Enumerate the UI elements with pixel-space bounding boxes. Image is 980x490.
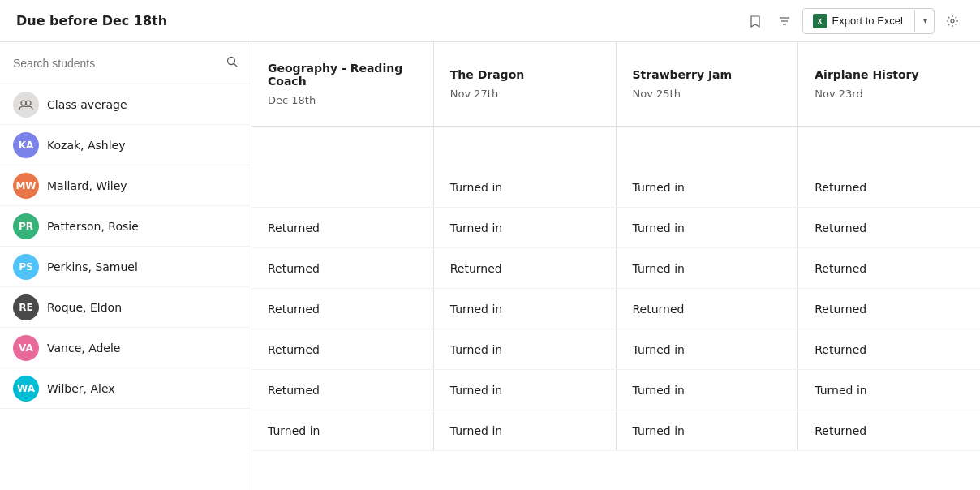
students-list: Class average KA Kozak, Ashley MW Mallar… [0, 84, 251, 490]
status-cell: Turned in [434, 208, 617, 247]
student-row[interactable]: KA Kozak, Ashley [0, 125, 251, 165]
student-data-row: Turned inTurned inTurned inReturned [251, 410, 980, 451]
student-data-row: ReturnedReturnedTurned inReturned [251, 248, 980, 289]
export-label: Export to Excel [832, 15, 903, 27]
svg-point-6 [21, 101, 26, 105]
status-cell [251, 167, 434, 207]
student-data-row: ReturnedTurned inReturnedReturned [251, 289, 980, 329]
page-title: Due before Dec 18th [16, 13, 167, 28]
assignment-name: Strawberry Jam [633, 68, 782, 81]
class-average-label: Class average [47, 98, 127, 111]
assignment-name: The Dragon [450, 68, 600, 81]
status-cell: Turned in [434, 410, 617, 450]
status-cell: Returned [798, 289, 980, 329]
status-cell: Turned in [434, 370, 617, 410]
class-avg-cell [798, 127, 980, 167]
student-data-row: Turned inTurned inReturned [251, 167, 980, 208]
header-actions: x Export to Excel ▾ [744, 8, 964, 34]
avatar: WA [13, 376, 39, 402]
header: Due before Dec 18th x Export to Excel [0, 0, 980, 42]
status-cell: Returned [798, 410, 980, 450]
status-cell: Returned [617, 289, 799, 329]
search-input[interactable] [13, 57, 220, 70]
student-row[interactable]: RE Roque, Eldon [0, 287, 251, 328]
student-name: Kozak, Ashley [47, 139, 126, 152]
bookmark-button[interactable] [744, 10, 767, 32]
svg-line-5 [234, 64, 238, 67]
assignments-header: Geography - Reading Coach Dec 18th The D… [251, 42, 980, 127]
status-cell: Turned in [434, 329, 617, 369]
student-name: Perkins, Samuel [47, 260, 138, 273]
status-cell: Turned in [434, 167, 617, 207]
status-cell: Turned in [434, 289, 617, 329]
assignment-col-header: Airplane History Nov 23rd [798, 42, 980, 126]
student-row[interactable]: PR Patterson, Rosie [0, 206, 251, 247]
avatar: PR [13, 213, 39, 239]
student-data-row: ReturnedTurned inTurned inReturned [251, 208, 980, 248]
student-name: Roque, Eldon [47, 301, 122, 314]
status-cell: Returned [251, 208, 434, 247]
student-row[interactable]: MW Mallard, Wiley [0, 165, 251, 206]
status-cell: Returned [798, 167, 980, 207]
export-divider [914, 10, 915, 32]
student-row[interactable]: PS Perkins, Samuel [0, 247, 251, 287]
avatar: MW [13, 173, 39, 199]
student-data-row: ReturnedTurned inTurned inReturned [251, 329, 980, 370]
assignment-name: Geography - Reading Coach [268, 62, 417, 88]
status-cell: Turned in [617, 167, 799, 207]
assignment-date: Nov 23rd [815, 88, 964, 100]
class-average-data-row [251, 127, 980, 167]
excel-icon: x [813, 14, 827, 28]
class-average-icon [13, 92, 39, 118]
assignment-date: Nov 27th [450, 88, 600, 100]
class-avg-cell [251, 127, 434, 167]
assignment-date: Dec 18th [268, 94, 417, 106]
student-name: Mallard, Wiley [47, 179, 127, 192]
student-name: Patterson, Rosie [47, 220, 139, 233]
class-average-row[interactable]: Class average [0, 84, 251, 125]
filter-button[interactable] [773, 10, 796, 32]
status-cell: Returned [251, 329, 434, 369]
search-icon [226, 56, 238, 70]
assignment-date: Nov 25th [633, 88, 782, 100]
student-row[interactable]: WA Wilber, Alex [0, 368, 251, 409]
export-chevron-button[interactable]: ▾ [917, 11, 934, 30]
status-cell: Turned in [251, 410, 434, 450]
export-excel-button[interactable]: x Export to Excel [803, 9, 913, 33]
student-data-row: ReturnedTurned inTurned inTurned in [251, 370, 980, 410]
left-panel: Class average KA Kozak, Ashley MW Mallar… [0, 42, 251, 490]
assignment-col-header: The Dragon Nov 27th [434, 42, 617, 126]
status-cell: Returned [251, 248, 434, 288]
status-cell: Returned [251, 289, 434, 329]
svg-point-3 [951, 19, 954, 23]
status-cell: Returned [798, 329, 980, 369]
content-area: Class average KA Kozak, Ashley MW Mallar… [0, 42, 980, 490]
avatar: PS [13, 254, 39, 280]
status-cell: Turned in [617, 329, 799, 369]
search-area [0, 42, 251, 84]
export-button-group: x Export to Excel ▾ [802, 8, 935, 34]
app-container: Due before Dec 18th x Export to Excel [0, 0, 980, 490]
status-cell: Turned in [617, 248, 799, 288]
assignment-col-header: Strawberry Jam Nov 25th [617, 42, 799, 126]
settings-button[interactable] [941, 10, 964, 32]
student-name: Vance, Adele [47, 342, 121, 355]
status-cell: Returned [434, 248, 617, 288]
status-cell: Returned [251, 370, 434, 410]
student-name: Wilber, Alex [47, 382, 115, 395]
status-cell: Turned in [798, 370, 980, 410]
student-row[interactable]: VA Vance, Adele [0, 328, 251, 368]
avatar: RE [13, 294, 39, 320]
student-rows-container: KA Kozak, Ashley MW Mallard, Wiley PR Pa… [0, 125, 251, 409]
svg-point-7 [26, 101, 31, 105]
right-panel: Geography - Reading Coach Dec 18th The D… [251, 42, 980, 490]
status-cell: Turned in [617, 410, 799, 450]
status-cell: Returned [798, 208, 980, 247]
assignment-name: Airplane History [815, 68, 964, 81]
data-grid: Turned inTurned inReturnedReturnedTurned… [251, 127, 980, 490]
status-cell: Returned [798, 248, 980, 288]
avatar: VA [13, 335, 39, 361]
status-cell: Turned in [617, 208, 799, 247]
assignment-col-header: Geography - Reading Coach Dec 18th [251, 42, 434, 126]
status-cell: Turned in [617, 370, 799, 410]
